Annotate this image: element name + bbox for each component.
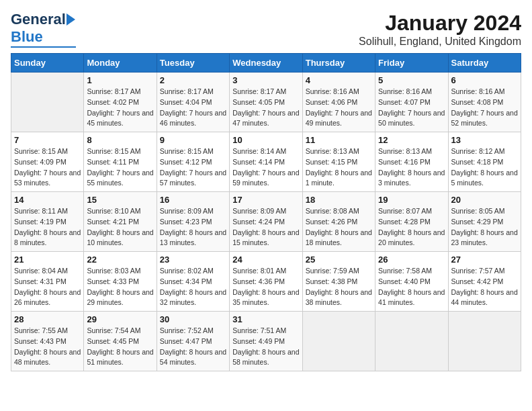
calendar-table: SundayMondayTuesdayWednesdayThursdayFrid… bbox=[11, 53, 521, 371]
day-detail: Sunrise: 8:05 AMSunset: 4:29 PMDaylight:… bbox=[451, 206, 518, 248]
calendar-cell: 1Sunrise: 8:17 AMSunset: 4:02 PMDaylight… bbox=[84, 73, 157, 132]
day-detail: Sunrise: 8:16 AMSunset: 4:06 PMDaylight:… bbox=[306, 87, 372, 129]
day-detail: Sunrise: 8:10 AMSunset: 4:21 PMDaylight:… bbox=[87, 206, 153, 248]
day-detail: Sunrise: 7:58 AMSunset: 4:40 PMDaylight:… bbox=[378, 266, 445, 308]
day-number: 19 bbox=[378, 195, 445, 205]
calendar-cell: 3Sunrise: 8:17 AMSunset: 4:05 PMDaylight… bbox=[230, 73, 302, 132]
day-number: 24 bbox=[232, 255, 299, 265]
day-number: 29 bbox=[87, 314, 153, 324]
calendar-cell bbox=[302, 312, 375, 371]
day-detail: Sunrise: 7:54 AMSunset: 4:45 PMDaylight:… bbox=[87, 326, 153, 368]
day-number: 18 bbox=[306, 195, 372, 205]
weekday-header-sunday: Sunday bbox=[11, 54, 84, 73]
calendar-cell: 24Sunrise: 8:01 AMSunset: 4:36 PMDayligh… bbox=[230, 252, 302, 312]
calendar-cell: 27Sunrise: 7:57 AMSunset: 4:42 PMDayligh… bbox=[448, 252, 521, 312]
calendar-cell: 16Sunrise: 8:09 AMSunset: 4:23 PMDayligh… bbox=[157, 192, 229, 252]
day-detail: Sunrise: 8:15 AMSunset: 4:11 PMDaylight:… bbox=[87, 146, 153, 189]
weekday-header-row: SundayMondayTuesdayWednesdayThursdayFrid… bbox=[11, 54, 521, 73]
calendar-cell bbox=[448, 312, 521, 371]
day-detail: Sunrise: 8:07 AMSunset: 4:28 PMDaylight:… bbox=[378, 206, 445, 248]
calendar-week-row: 1Sunrise: 8:17 AMSunset: 4:02 PMDaylight… bbox=[11, 73, 521, 132]
calendar-cell: 15Sunrise: 8:10 AMSunset: 4:21 PMDayligh… bbox=[84, 192, 157, 252]
weekday-header-monday: Monday bbox=[84, 54, 157, 73]
weekday-header-friday: Friday bbox=[375, 54, 448, 73]
day-number: 28 bbox=[14, 314, 81, 324]
calendar-cell: 17Sunrise: 8:09 AMSunset: 4:24 PMDayligh… bbox=[230, 192, 302, 252]
day-number: 12 bbox=[378, 135, 445, 145]
calendar-cell: 23Sunrise: 8:02 AMSunset: 4:34 PMDayligh… bbox=[157, 252, 229, 312]
day-number: 23 bbox=[160, 255, 226, 265]
day-detail: Sunrise: 7:59 AMSunset: 4:38 PMDaylight:… bbox=[306, 266, 372, 308]
calendar-cell: 22Sunrise: 8:03 AMSunset: 4:33 PMDayligh… bbox=[84, 252, 157, 312]
calendar-cell: 8Sunrise: 8:15 AMSunset: 4:11 PMDaylight… bbox=[84, 132, 157, 192]
day-number: 20 bbox=[451, 195, 518, 205]
day-detail: Sunrise: 7:51 AMSunset: 4:49 PMDaylight:… bbox=[232, 326, 299, 368]
day-number: 7 bbox=[14, 135, 81, 145]
calendar-cell: 10Sunrise: 8:14 AMSunset: 4:14 PMDayligh… bbox=[230, 132, 302, 192]
calendar-cell bbox=[11, 73, 84, 132]
day-detail: Sunrise: 8:17 AMSunset: 4:02 PMDaylight:… bbox=[87, 87, 153, 129]
day-detail: Sunrise: 8:17 AMSunset: 4:04 PMDaylight:… bbox=[160, 87, 226, 129]
calendar-cell: 28Sunrise: 7:55 AMSunset: 4:43 PMDayligh… bbox=[11, 312, 84, 371]
calendar-cell bbox=[375, 312, 448, 371]
calendar-week-row: 14Sunrise: 8:11 AMSunset: 4:19 PMDayligh… bbox=[11, 192, 521, 252]
weekday-header-tuesday: Tuesday bbox=[157, 54, 229, 73]
day-detail: Sunrise: 8:13 AMSunset: 4:16 PMDaylight:… bbox=[378, 146, 445, 189]
calendar-cell: 29Sunrise: 7:54 AMSunset: 4:45 PMDayligh… bbox=[84, 312, 157, 371]
calendar-cell: 2Sunrise: 8:17 AMSunset: 4:04 PMDaylight… bbox=[157, 73, 229, 132]
calendar-cell: 30Sunrise: 7:52 AMSunset: 4:47 PMDayligh… bbox=[157, 312, 229, 371]
weekday-header-thursday: Thursday bbox=[302, 54, 375, 73]
title-block: January 2024 Solihull, England, United K… bbox=[359, 11, 521, 48]
day-detail: Sunrise: 8:15 AMSunset: 4:09 PMDaylight:… bbox=[14, 146, 81, 189]
calendar-week-row: 7Sunrise: 8:15 AMSunset: 4:09 PMDaylight… bbox=[11, 132, 521, 192]
calendar-cell: 31Sunrise: 7:51 AMSunset: 4:49 PMDayligh… bbox=[230, 312, 302, 371]
day-number: 8 bbox=[87, 135, 153, 145]
calendar-cell: 12Sunrise: 8:13 AMSunset: 4:16 PMDayligh… bbox=[375, 132, 448, 192]
day-number: 31 bbox=[232, 314, 299, 324]
day-detail: Sunrise: 8:15 AMSunset: 4:12 PMDaylight:… bbox=[160, 146, 226, 189]
logo: General Blue bbox=[11, 11, 76, 48]
day-number: 4 bbox=[306, 75, 372, 85]
weekday-header-saturday: Saturday bbox=[448, 54, 521, 73]
day-number: 5 bbox=[378, 75, 445, 85]
day-detail: Sunrise: 8:04 AMSunset: 4:31 PMDaylight:… bbox=[14, 266, 81, 308]
calendar-cell: 21Sunrise: 8:04 AMSunset: 4:31 PMDayligh… bbox=[11, 252, 84, 312]
calendar-subtitle: Solihull, England, United Kingdom bbox=[359, 36, 521, 48]
day-number: 16 bbox=[160, 195, 226, 205]
day-number: 3 bbox=[232, 75, 299, 85]
day-detail: Sunrise: 8:11 AMSunset: 4:19 PMDaylight:… bbox=[14, 206, 81, 248]
day-number: 10 bbox=[232, 135, 299, 145]
day-detail: Sunrise: 8:14 AMSunset: 4:14 PMDaylight:… bbox=[232, 146, 299, 189]
weekday-header-wednesday: Wednesday bbox=[230, 54, 302, 73]
day-number: 17 bbox=[232, 195, 299, 205]
day-detail: Sunrise: 7:57 AMSunset: 4:42 PMDaylight:… bbox=[451, 266, 518, 308]
day-number: 22 bbox=[87, 255, 153, 265]
day-number: 21 bbox=[14, 255, 81, 265]
calendar-cell: 26Sunrise: 7:58 AMSunset: 4:40 PMDayligh… bbox=[375, 252, 448, 312]
logo-general-text: General bbox=[11, 11, 66, 28]
calendar-cell: 20Sunrise: 8:05 AMSunset: 4:29 PMDayligh… bbox=[448, 192, 521, 252]
logo-blue-text: Blue bbox=[11, 28, 43, 46]
calendar-week-row: 28Sunrise: 7:55 AMSunset: 4:43 PMDayligh… bbox=[11, 312, 521, 371]
day-detail: Sunrise: 7:52 AMSunset: 4:47 PMDaylight:… bbox=[160, 326, 226, 368]
calendar-cell: 9Sunrise: 8:15 AMSunset: 4:12 PMDaylight… bbox=[157, 132, 229, 192]
day-detail: Sunrise: 8:13 AMSunset: 4:15 PMDaylight:… bbox=[306, 146, 372, 189]
day-number: 11 bbox=[306, 135, 372, 145]
logo-arrow-icon bbox=[66, 13, 75, 26]
day-number: 27 bbox=[451, 255, 518, 265]
day-number: 30 bbox=[160, 314, 226, 324]
day-detail: Sunrise: 8:12 AMSunset: 4:18 PMDaylight:… bbox=[451, 146, 518, 189]
page-header: General Blue January 2024 Solihull, Engl… bbox=[11, 11, 521, 48]
logo-underline bbox=[11, 46, 76, 48]
day-number: 1 bbox=[87, 75, 153, 85]
day-detail: Sunrise: 8:16 AMSunset: 4:07 PMDaylight:… bbox=[378, 87, 445, 129]
calendar-week-row: 21Sunrise: 8:04 AMSunset: 4:31 PMDayligh… bbox=[11, 252, 521, 312]
calendar-cell: 6Sunrise: 8:16 AMSunset: 4:08 PMDaylight… bbox=[448, 73, 521, 132]
day-detail: Sunrise: 8:16 AMSunset: 4:08 PMDaylight:… bbox=[451, 87, 518, 129]
day-number: 9 bbox=[160, 135, 226, 145]
day-detail: Sunrise: 8:01 AMSunset: 4:36 PMDaylight:… bbox=[232, 266, 299, 308]
calendar-cell: 14Sunrise: 8:11 AMSunset: 4:19 PMDayligh… bbox=[11, 192, 84, 252]
day-detail: Sunrise: 7:55 AMSunset: 4:43 PMDaylight:… bbox=[14, 326, 81, 368]
calendar-cell: 13Sunrise: 8:12 AMSunset: 4:18 PMDayligh… bbox=[448, 132, 521, 192]
day-number: 26 bbox=[378, 255, 445, 265]
